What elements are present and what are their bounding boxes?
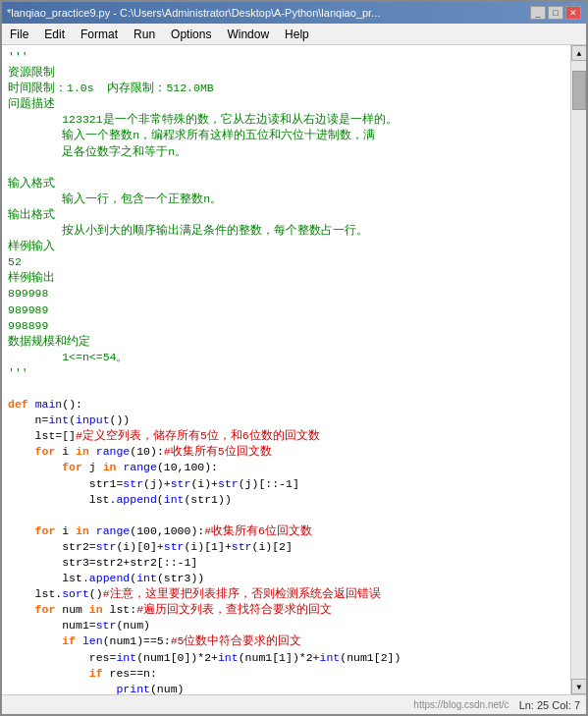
title-bar-buttons: _ □ ✕: [530, 6, 581, 20]
menu-run[interactable]: Run: [126, 26, 163, 43]
maximize-button[interactable]: □: [548, 6, 563, 20]
editor-container: ''' 资源限制 时间限制：1.0s 内存限制：512.0MB 问题描述 123…: [2, 45, 586, 694]
vertical-scrollbar[interactable]: ▲ ▼: [570, 45, 586, 694]
menu-edit[interactable]: Edit: [36, 26, 73, 43]
scroll-up-button[interactable]: ▲: [571, 45, 586, 61]
menu-file[interactable]: File: [2, 26, 36, 43]
menu-options[interactable]: Options: [163, 26, 219, 43]
scroll-thumb[interactable]: [572, 71, 586, 110]
status-right: https://blog.csdn.net/c Ln: 25 Col: 7: [413, 699, 580, 711]
title-bar: *lanqiao_practice9.py - C:\Users\Adminis…: [2, 2, 586, 24]
line-col: Ln: 25 Col: 7: [519, 699, 580, 711]
menu-format[interactable]: Format: [73, 26, 126, 43]
watermark: https://blog.csdn.net/c: [413, 699, 508, 711]
code-editor[interactable]: ''' 资源限制 时间限制：1.0s 内存限制：512.0MB 问题描述 123…: [2, 45, 570, 694]
close-button[interactable]: ✕: [565, 6, 581, 20]
code-content: ''' 资源限制 时间限制：1.0s 内存限制：512.0MB 问题描述 123…: [8, 49, 564, 694]
scroll-track[interactable]: [571, 61, 586, 679]
minimize-button[interactable]: _: [530, 6, 546, 20]
scroll-down-button[interactable]: ▼: [571, 679, 586, 694]
menu-bar: File Edit Format Run Options Window Help: [2, 24, 586, 45]
main-window: *lanqiao_practice9.py - C:\Users\Adminis…: [0, 0, 588, 716]
menu-help[interactable]: Help: [277, 26, 317, 43]
menu-window[interactable]: Window: [219, 26, 277, 43]
status-bar: https://blog.csdn.net/c Ln: 25 Col: 7: [2, 694, 586, 714]
window-title: *lanqiao_practice9.py - C:\Users\Adminis…: [7, 7, 380, 19]
